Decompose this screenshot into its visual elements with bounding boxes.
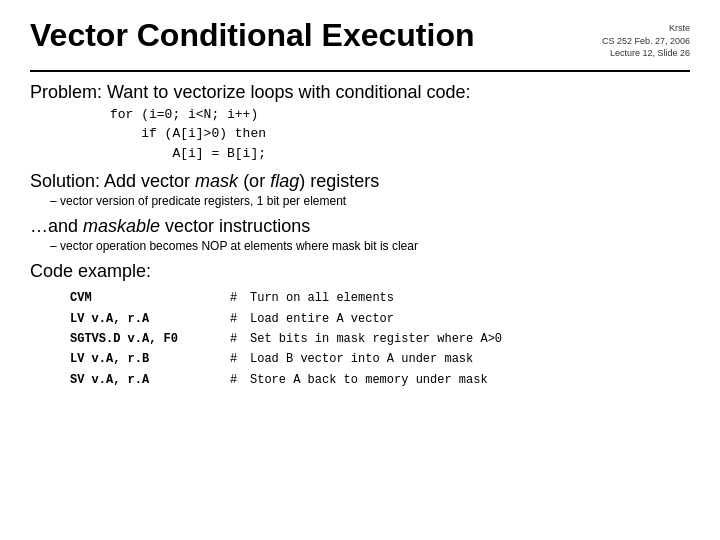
solution-prefix: Solution: Add vector [30,171,195,191]
code-example-section: Code example: CVM # Turn on all elements… [30,261,690,390]
and-maskable: maskable [83,216,160,236]
code-table: CVM # Turn on all elements LV v.A, r.A #… [70,288,690,390]
and-suffix: vector instructions [160,216,310,236]
problem-label: Problem: Want to vectorize loops with co… [30,82,690,103]
comment-3: Set bits in mask register where A>0 [250,329,690,349]
problem-section: Problem: Want to vectorize loops with co… [30,82,690,164]
header: Vector Conditional Execution Krste CS 25… [30,18,690,60]
solution-bullet: – vector version of predicate registers,… [50,194,690,208]
table-row: SGTVS.D v.A, F0 [70,329,230,349]
comment-4: Load B vector into A under mask [250,349,690,369]
solution-section: Solution: Add vector mask (or flag) regi… [30,171,690,208]
solution-middle: (or [238,171,270,191]
problem-code: for (i=0; i<N; i++) if (A[i]>0) then A[i… [110,105,690,164]
solution-heading: Solution: Add vector mask (or flag) regi… [30,171,690,192]
slide-meta: Krste CS 252 Feb. 27, 2006 Lecture 12, S… [602,22,690,60]
and-heading: …and maskable vector instructions [30,216,690,237]
table-row: LV v.A, r.A [70,309,230,329]
solution-flag: flag [270,171,299,191]
and-prefix: …and [30,216,83,236]
code-line-3: A[i] = B[i]; [110,144,690,164]
code-line-1: for (i=0; i<N; i++) [110,105,690,125]
hash-2: # [230,309,250,329]
divider [30,70,690,72]
code-example-label: Code example: [30,261,690,282]
table-row: SV v.A, r.A [70,370,230,390]
hash-5: # [230,370,250,390]
slide: Vector Conditional Execution Krste CS 25… [0,0,720,540]
code-line-2: if (A[i]>0) then [110,124,690,144]
table-row: CVM [70,288,230,308]
hash-1: # [230,288,250,308]
slide-title: Vector Conditional Execution [30,18,475,53]
solution-end: ) registers [299,171,379,191]
comment-1: Turn on all elements [250,288,690,308]
comment-5: Store A back to memory under mask [250,370,690,390]
comment-2: Load entire A vector [250,309,690,329]
and-bullet: – vector operation becomes NOP at elemen… [50,239,690,253]
hash-4: # [230,349,250,369]
and-section: …and maskable vector instructions – vect… [30,216,690,253]
hash-3: # [230,329,250,349]
solution-mask: mask [195,171,238,191]
table-row: LV v.A, r.B [70,349,230,369]
